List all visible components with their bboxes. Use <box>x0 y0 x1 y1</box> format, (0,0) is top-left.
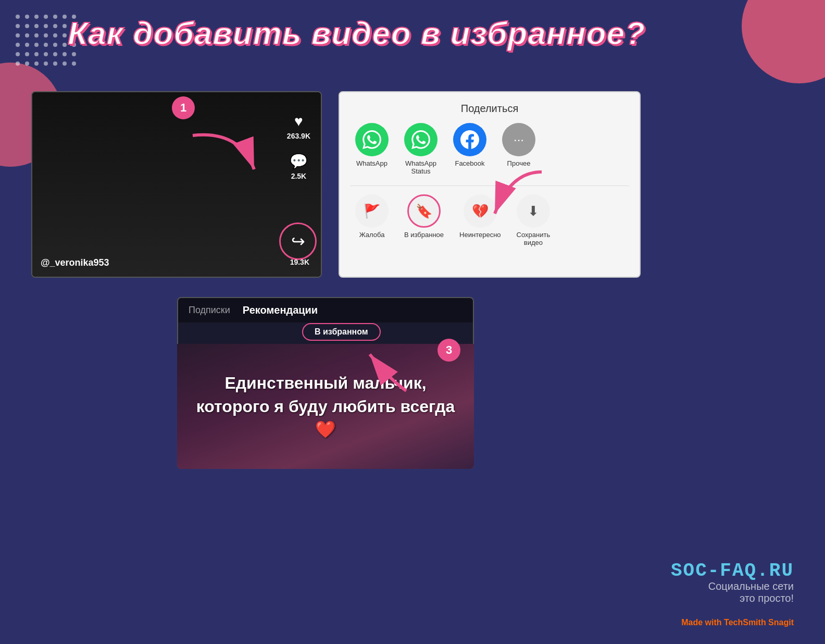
share-button-circle[interactable]: ↪ <box>279 222 317 260</box>
facebook-icon <box>453 123 486 156</box>
stat-comments: 💬 2.5K <box>290 153 308 180</box>
likes-count: 263.9K <box>287 132 310 140</box>
share-whatsapp-status[interactable]: WhatsAppStatus <box>404 123 438 175</box>
tab-recommendations[interactable]: Рекомендации <box>243 304 318 316</box>
step-badge-3: 3 <box>438 339 460 362</box>
step-badge-1: 1 <box>172 96 195 119</box>
stat-likes: ♥ 263.9K <box>287 113 310 140</box>
tiktok-stats: ♥ 263.9K 💬 2.5K <box>287 113 310 180</box>
share-icon: ↪ <box>291 231 305 251</box>
made-with-label: Made with <box>681 618 721 627</box>
more-icon: ··· <box>502 123 535 156</box>
tabs-bar: Подписки Рекомендации <box>178 298 473 323</box>
action-favorites[interactable]: 🔖 В избранное <box>404 194 444 246</box>
comment-icon: 💬 <box>290 153 308 170</box>
share-title: Поделиться <box>350 103 629 115</box>
not-interested-label: Неинтересно <box>459 231 501 239</box>
panel-1-inner: ♥ 263.9K 💬 2.5K ↪ 19.3K @_veronika953 <box>32 92 321 277</box>
whatsapp-icon <box>355 123 389 156</box>
whatsapp-label: WhatsApp <box>356 159 388 167</box>
share-count: 19.3K <box>290 258 309 266</box>
deco-circle-top-right <box>742 0 825 83</box>
tab-subscriptions[interactable]: Подписки <box>189 305 230 316</box>
tiktok-username: @_veronika953 <box>41 257 109 268</box>
video-caption-text: Единственный мальчик, которого я буду лю… <box>177 361 474 452</box>
panel-1-tiktok-video: ♥ 263.9K 💬 2.5K ↪ 19.3K @_veronika953 <box>31 91 322 278</box>
whatsapp-status-label: WhatsAppStatus <box>405 159 436 175</box>
arrow-2 <box>479 162 552 229</box>
flag-icon: 🚩 <box>364 203 380 219</box>
favorites-section-button[interactable]: В избранном <box>302 323 381 341</box>
save-video-label: Сохранитьвидео <box>517 231 551 246</box>
whatsapp-status-icon <box>404 123 438 156</box>
bookmark-icon: 🔖 <box>416 203 432 219</box>
action-report[interactable]: 🚩 Жалоба <box>355 194 389 246</box>
tagline-line1: Социальные сети <box>708 580 794 592</box>
tagline-line2: это просто! <box>708 592 794 604</box>
brand-tagline: Социальные сети это просто! <box>708 580 794 604</box>
page-title: Как добавить видео в избранное? <box>68 15 645 52</box>
panel-3-video-content: Единственный мальчик, которого я буду лю… <box>177 344 474 469</box>
arrow-1 <box>177 125 271 188</box>
brand-watermark: SOC-FAQ.RU <box>671 560 794 581</box>
arrow-3 <box>354 339 422 396</box>
favorites-label: В избранное <box>404 231 444 239</box>
report-icon-circle: 🚩 <box>355 194 389 228</box>
share-whatsapp[interactable]: WhatsApp <box>355 123 389 175</box>
comments-count: 2.5K <box>291 172 307 180</box>
favorites-icon-circle: 🔖 <box>407 194 441 228</box>
made-with-text: Made with TechSmith Snagit <box>681 618 794 627</box>
heart-icon: ♥ <box>294 113 303 130</box>
tool-name: TechSmith Snagit <box>724 618 794 627</box>
report-label: Жалоба <box>359 231 385 239</box>
